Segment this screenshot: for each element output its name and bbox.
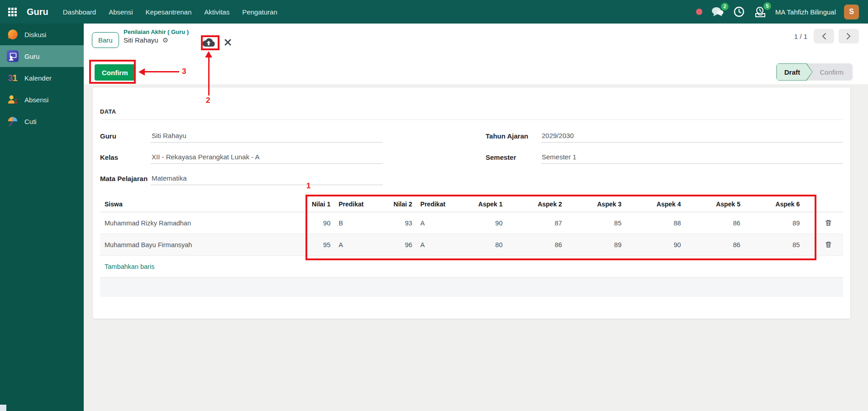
field-label-guru: Guru: [100, 132, 151, 140]
menu-aktivitas[interactable]: Aktivitas: [204, 8, 229, 16]
leave-umbrella-icon: [6, 115, 19, 128]
cell-aspek6[interactable]: 85: [754, 234, 813, 256]
col-header-aspek5: Aspek 5: [695, 196, 754, 212]
chevron-left-icon: [821, 33, 826, 40]
cell-predikat1[interactable]: B: [334, 212, 375, 234]
confirm-button[interactable]: Confirm: [95, 64, 135, 81]
section-title-data: DATA: [100, 108, 843, 115]
col-header-aspek6: Aspek 6: [754, 196, 813, 212]
menu-absensi[interactable]: Absensi: [109, 8, 133, 16]
add-row-link[interactable]: Tambahkan baris: [105, 263, 154, 270]
main-area: Baru Penilaian Akhir ( Guru ) Siti Rahay…: [84, 24, 868, 411]
save-indicator: [201, 36, 232, 48]
statusbar-step-confirm[interactable]: Confirm: [812, 63, 853, 81]
cell-predikat1[interactable]: A: [334, 234, 375, 256]
company-name[interactable]: MA Tahfizh Bilingual: [775, 8, 836, 16]
table-header-row: Siswa Nilai 1 Predikat Nilai 2 Predikat …: [100, 196, 843, 212]
cell-nilai2[interactable]: 96: [375, 234, 416, 256]
cell-aspek1[interactable]: 80: [457, 234, 516, 256]
navbar-menu: Dashboard Absensi Kepesantrenan Aktivita…: [63, 8, 277, 16]
pager-previous-button[interactable]: [814, 29, 834, 43]
cell-nilai1[interactable]: 90: [290, 212, 334, 234]
cell-aspek3[interactable]: 85: [576, 212, 635, 234]
cell-aspek1[interactable]: 90: [457, 212, 516, 234]
discard-button[interactable]: [224, 38, 232, 47]
field-input-tahun-ajaran[interactable]: 2029/2030: [541, 130, 843, 143]
menu-dashboard[interactable]: Dashboard: [63, 8, 96, 16]
field-input-mata-pelajaran[interactable]: Matematika: [151, 172, 383, 185]
field-label-tahun-ajaran: Tahun Ajaran: [486, 132, 541, 140]
cell-nilai1[interactable]: 95: [290, 234, 334, 256]
cell-aspek4[interactable]: 88: [635, 212, 694, 234]
grades-table: Siswa Nilai 1 Predikat Nilai 2 Predikat …: [100, 196, 843, 277]
menu-pengaturan[interactable]: Pengaturan: [242, 8, 277, 16]
statusbar: Draft Confirm: [776, 63, 853, 81]
cell-aspek5[interactable]: 86: [695, 234, 754, 256]
new-record-button[interactable]: Baru: [92, 32, 119, 48]
sidebar-item-kalender[interactable]: 31 Kalender: [0, 67, 84, 89]
gear-icon[interactable]: ⚙: [162, 37, 168, 43]
col-header-aspek2: Aspek 2: [516, 196, 575, 212]
cell-siswa[interactable]: Muhammad Rizky Ramadhan: [100, 212, 290, 234]
sidebar-label-guru: Guru: [24, 53, 39, 60]
apps-grid-icon[interactable]: [7, 7, 18, 17]
delete-row-button[interactable]: [824, 239, 833, 249]
close-icon: [224, 39, 231, 46]
trash-icon: [825, 240, 832, 249]
attendance-people-icon: [6, 94, 19, 106]
section-divider: [100, 119, 843, 120]
trash-icon: [825, 219, 832, 227]
field-input-kelas[interactable]: XII - Rekayasa Perangkat Lunak - A: [151, 151, 383, 164]
field-label-kelas: Kelas: [100, 153, 151, 161]
table-row: Muhammad Rizky Ramadhan 90 B 93 A 90 87 …: [100, 212, 843, 234]
cell-predikat2[interactable]: A: [416, 234, 457, 256]
col-header-nilai2: Nilai 2: [375, 196, 416, 212]
activities-button[interactable]: 5: [754, 5, 767, 18]
app-window: Guru Dashboard Absensi Kepesantrenan Akt…: [0, 0, 868, 411]
cell-aspek3[interactable]: 89: [576, 234, 635, 256]
breadcrumb: Penilaian Akhir ( Guru ) Siti Rahayu ⚙: [124, 29, 189, 44]
clock-button[interactable]: [733, 5, 745, 18]
form-fields: Guru Siti Rahayu Kelas XII - Rekayasa Pe…: [100, 125, 843, 189]
clock-icon: [734, 6, 744, 17]
add-row: Tambahkan baris: [100, 256, 843, 277]
field-input-guru[interactable]: Siti Rahayu: [151, 130, 383, 143]
breadcrumb-parent-link[interactable]: Penilaian Akhir ( Guru ): [124, 29, 189, 35]
empty-notebook-strip: [100, 277, 843, 297]
cell-nilai2[interactable]: 93: [375, 212, 416, 234]
calendar-31-icon: 31: [6, 72, 19, 84]
app-brand[interactable]: Guru: [27, 7, 48, 17]
statusbar-step-draft[interactable]: Draft: [776, 63, 812, 81]
sidebar-label-kalender: Kalender: [24, 74, 52, 82]
user-avatar[interactable]: S: [844, 5, 859, 19]
menu-kepesantrenan[interactable]: Kepesantrenan: [146, 8, 192, 16]
sidebar-item-guru[interactable]: Guru: [0, 45, 84, 67]
cell-siswa[interactable]: Muhammad Bayu Firmansyah: [100, 234, 290, 256]
chevron-right-icon: [846, 33, 851, 40]
navbar-left: Guru Dashboard Absensi Kepesantrenan Akt…: [7, 7, 277, 17]
sidebar-item-cuti[interactable]: Cuti: [0, 110, 84, 132]
content-area: DATA Guru Siti Rahayu Kelas XII - Rekaya…: [84, 84, 868, 411]
cell-predikat2[interactable]: A: [416, 212, 457, 234]
cell-aspek5[interactable]: 86: [695, 212, 754, 234]
guru-app-icon: [6, 50, 19, 62]
sidebar-item-diskusi[interactable]: Diskusi: [0, 24, 84, 45]
save-cloud-button[interactable]: [201, 36, 216, 48]
sidebar-label-absensi: Absensi: [24, 96, 48, 104]
cell-aspek2[interactable]: 86: [516, 234, 575, 256]
field-input-semester[interactable]: Semester 1: [541, 151, 843, 164]
col-header-aspek1: Aspek 1: [457, 196, 516, 212]
col-header-nilai1: Nilai 1: [290, 196, 334, 212]
delete-row-button[interactable]: [824, 218, 833, 228]
grid-icon: [8, 8, 17, 16]
cell-aspek2[interactable]: 87: [516, 212, 575, 234]
col-header-aspek4: Aspek 4: [635, 196, 694, 212]
discuss-bubble-icon: [6, 29, 19, 41]
messages-button[interactable]: 2: [711, 6, 725, 18]
messages-badge: 2: [721, 3, 729, 10]
cell-aspek6[interactable]: 89: [754, 212, 813, 234]
sidebar-item-absensi[interactable]: Absensi: [0, 89, 84, 110]
pager-next-button[interactable]: [839, 29, 859, 43]
activities-badge: 5: [763, 2, 771, 10]
cell-aspek4[interactable]: 90: [635, 234, 694, 256]
